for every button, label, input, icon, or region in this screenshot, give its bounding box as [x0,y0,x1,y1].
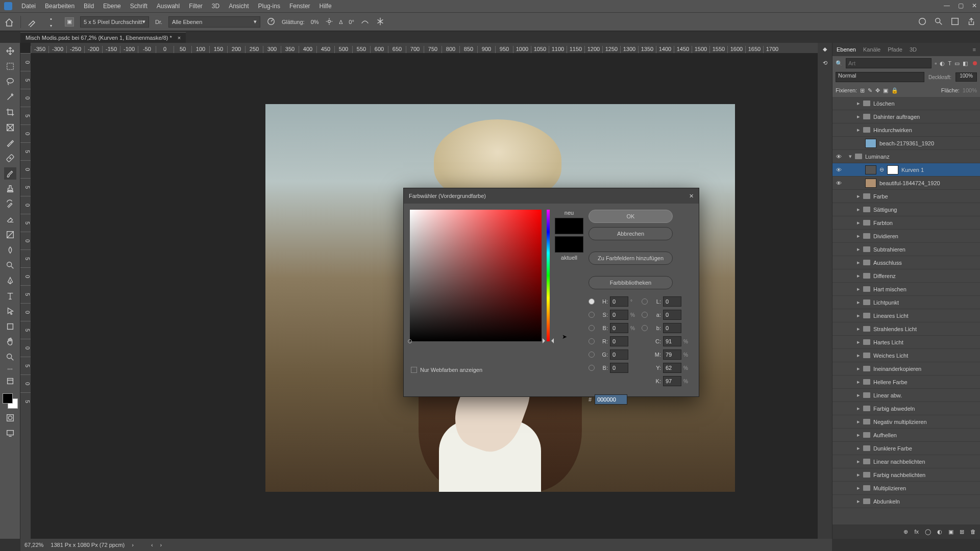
dialog-close-icon[interactable]: ✕ [689,193,694,199]
radio-b-lab[interactable] [642,325,648,331]
lock-pixels-icon[interactable]: ✎ [868,87,872,94]
fill-value[interactable]: 100% [963,87,977,93]
minimize-icon[interactable]: — [944,2,950,9]
layer-row[interactable]: ▸Linear nachbelichten [832,455,980,468]
stamp-tool[interactable] [4,183,16,195]
disclosure-icon[interactable]: ▸ [857,219,860,226]
layer-row[interactable]: ▸Weiches Licht [832,349,980,362]
history-brush-tool[interactable] [4,198,16,210]
layer-row[interactable]: ▸Hartes Licht [832,336,980,349]
layer-name[interactable]: Ausschluss [873,260,902,266]
mask-thumbnail[interactable] [887,165,898,174]
layer-row[interactable]: ▸Lineares Licht [832,309,980,322]
tablet-pressure-icon[interactable] [360,17,370,27]
sample-all-checkbox[interactable]: ▣ [65,17,74,27]
current-color-swatch[interactable] [555,236,583,253]
panel-menu-icon[interactable]: ≡ [973,46,976,53]
radio-h[interactable] [589,298,595,305]
input-h[interactable] [610,296,628,307]
smoothing-value[interactable]: 0% [311,19,319,25]
layer-name[interactable]: Hellere Farbe [873,379,908,385]
marquee-tool[interactable] [4,60,16,72]
layer-name[interactable]: beach-2179361_1920 [879,140,934,146]
crop-tool[interactable] [4,106,16,118]
input-b-rgb[interactable] [610,363,628,373]
disclosure-icon[interactable]: ▸ [857,379,860,385]
share-icon[interactable] [967,17,976,27]
layer-row[interactable]: 👁beautiful-1844724_1920 [832,177,980,190]
frame-tool[interactable] [4,121,16,134]
filter-toggle[interactable] [973,61,977,65]
input-c[interactable] [663,336,681,346]
disclosure-icon[interactable]: ▸ [857,246,860,253]
layer-name[interactable]: Kurven 1 [901,167,924,173]
radio-r[interactable] [589,338,595,344]
color-libraries-button[interactable]: Farbbibliotheken [589,276,673,289]
disclosure-icon[interactable]: ▸ [857,113,860,120]
input-y[interactable] [663,363,681,373]
menu-bild[interactable]: Bild [84,3,94,10]
lock-transparent-icon[interactable]: ⊞ [860,87,865,94]
menu-plugins[interactable]: Plug-ins [258,3,280,10]
lock-all-icon[interactable]: 🔒 [891,87,898,94]
layer-row[interactable]: ▸Ineinanderkopieren [832,362,980,375]
radio-l[interactable] [642,298,648,305]
layer-thumbnail[interactable] [865,179,876,188]
layer-row[interactable]: ▸Multiplizieren [832,482,980,495]
layer-row[interactable]: beach-2179361_1920 [832,137,980,150]
layer-row[interactable]: ▸Hellere Farbe [832,375,980,389]
blend-mode-dropdown[interactable]: Normal [836,72,924,82]
layer-row[interactable]: ▸Strahlendes Licht [832,322,980,336]
disclosure-icon[interactable]: ▸ [857,339,860,345]
layer-name[interactable]: Hart mischen [873,286,906,292]
menu-filter[interactable]: Filter [189,3,203,10]
input-s[interactable] [610,310,628,320]
radio-s[interactable] [589,312,595,318]
layer-name[interactable]: Farbe [873,193,888,199]
link-layers-icon[interactable]: ⊕ [903,529,908,535]
disclosure-icon[interactable]: ▸ [857,286,860,292]
opacity-value[interactable]: 100% [955,72,977,82]
web-colors-checkbox[interactable] [411,367,417,373]
layer-row[interactable]: ▸Hindurchwirken [832,123,980,137]
layer-name[interactable]: Farbig nachbelichten [873,472,925,478]
adjustment-thumbnail[interactable] [865,165,876,174]
layer-row[interactable]: ▸Dahinter auftragen [832,110,980,123]
document-tab[interactable]: Misch Modis.psdc bei 67,2% (Kurven 1, Eb… [20,32,186,43]
disclosure-icon[interactable]: ▸ [857,206,860,213]
disclosure-icon[interactable]: ▸ [857,193,860,199]
disclosure-icon[interactable]: ▸ [857,100,860,107]
layer-row[interactable]: ▸Dunklere Farbe [832,442,980,455]
zoom-tool[interactable] [4,351,16,363]
layer-name[interactable]: beautiful-1844724_1920 [879,180,940,186]
input-l[interactable] [663,296,681,307]
smoothing-options-icon[interactable] [325,17,333,27]
disclosure-icon[interactable]: ▸ [857,392,860,398]
layer-row[interactable]: ▸Farbig nachbelichten [832,468,980,482]
layer-row[interactable]: ▸Differenz [832,269,980,283]
sv-cursor[interactable] [408,339,412,343]
disclosure-icon[interactable]: ▾ [849,153,852,160]
tab-kanaele[interactable]: Kanäle [863,46,880,53]
lock-position-icon[interactable]: ✥ [875,87,880,94]
close-icon[interactable]: ✕ [972,2,977,9]
layer-row[interactable]: ▸Linear abw. [832,389,980,402]
menu-auswahl[interactable]: Auswahl [157,3,180,10]
menu-hilfe[interactable]: Hilfe [320,3,332,10]
layer-row[interactable]: ▸Negativ multiplizieren [832,415,980,429]
foreground-color-swatch[interactable] [3,393,13,404]
new-layer-icon[interactable]: ⊞ [960,529,964,535]
input-g[interactable] [610,349,628,360]
layer-name[interactable]: Linear abw. [873,392,902,398]
input-r[interactable] [610,336,628,346]
menu-3d[interactable]: 3D [212,3,219,10]
input-k[interactable] [663,376,681,386]
menu-schrift[interactable]: Schrift [130,3,148,10]
layer-name[interactable]: Multiplizieren [873,485,906,491]
layer-row[interactable]: 👁⊖Kurven 1 [832,163,980,177]
pen-tool[interactable] [4,274,16,287]
quickmask-icon[interactable] [4,412,16,424]
search-icon[interactable] [934,17,943,27]
delete-layer-icon[interactable]: 🗑 [970,529,976,535]
adjustment-icon[interactable]: ◐ [937,529,942,535]
